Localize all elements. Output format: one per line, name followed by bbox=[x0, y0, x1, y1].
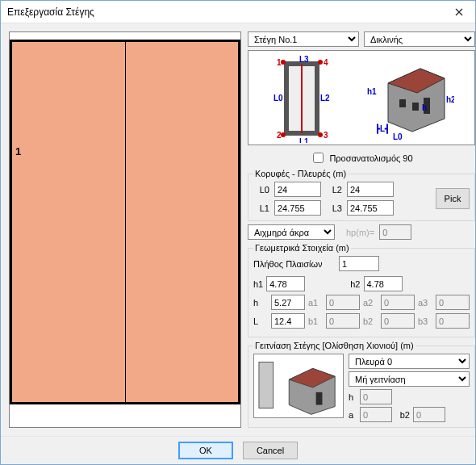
svg-rect-16 bbox=[399, 99, 406, 107]
h1-label: h1 bbox=[253, 279, 263, 289]
svg-text:2: 2 bbox=[277, 131, 282, 140]
vertices-sides-group: Κορυφές - Πλευρές (m) L0 L2 Pick L1 L3 bbox=[248, 169, 475, 221]
h2-input[interactable] bbox=[364, 276, 403, 291]
svg-text:4: 4 bbox=[324, 58, 328, 67]
orientation-90-label: Προσανατολισμός 90 bbox=[329, 153, 412, 163]
cancel-button[interactable]: Cancel bbox=[243, 442, 298, 459]
dialog-window: Επεξεργασία Στέγης 1 Στέγη Νο.1 Δικλινής bbox=[0, 0, 476, 465]
svg-text:L0: L0 bbox=[393, 132, 403, 141]
input-L1[interactable] bbox=[274, 200, 321, 216]
b1-input bbox=[326, 313, 360, 329]
hp-value bbox=[379, 224, 411, 240]
lbl-L0: L0 bbox=[253, 185, 269, 195]
close-icon bbox=[455, 8, 463, 16]
b1-label: b1 bbox=[308, 316, 323, 326]
ok-button[interactable]: OK bbox=[178, 442, 233, 459]
a2-input bbox=[381, 295, 415, 310]
window-title: Επεξεργασία Στέγης bbox=[7, 6, 443, 18]
input-L2[interactable] bbox=[347, 182, 394, 197]
roof-type-select[interactable]: Δικλινής bbox=[364, 31, 475, 47]
pick-button[interactable]: Pick bbox=[436, 188, 470, 209]
svg-point-3 bbox=[318, 60, 323, 65]
h1-input[interactable] bbox=[266, 276, 305, 291]
titlebar: Επεξεργασία Στέγης bbox=[1, 1, 475, 23]
lbl-L1: L1 bbox=[253, 203, 269, 213]
svg-rect-17 bbox=[412, 103, 419, 111]
h-input[interactable] bbox=[271, 295, 305, 310]
neighbor-side-select[interactable]: Πλευρά 0 bbox=[349, 354, 470, 369]
neighbor-a-label: a bbox=[349, 410, 357, 420]
frames-count-input[interactable] bbox=[339, 256, 379, 271]
neighbor-h-label: h bbox=[349, 392, 357, 402]
geometry-group: Γεωμετρικά Στοιχεία (m) Πλήθος Πλαισίων … bbox=[248, 243, 475, 337]
svg-point-2 bbox=[281, 60, 286, 65]
roof-preview-large: 1 bbox=[9, 31, 241, 428]
roof-schematic-diagram: 1 4 2 3 L3 L1 L0 L2 bbox=[248, 50, 475, 145]
svg-rect-24 bbox=[259, 362, 273, 408]
a1-label: a1 bbox=[308, 298, 323, 308]
roof-plan-shape: 1 bbox=[10, 40, 240, 404]
input-L0[interactable] bbox=[274, 182, 321, 197]
neighbor-a-input bbox=[360, 407, 392, 422]
b3-label: b3 bbox=[418, 316, 432, 326]
svg-text:h1: h1 bbox=[367, 87, 377, 96]
neighbor-legend: Γειτνίαση Στέγης [Ολίσθηση Χιονιού] (m) bbox=[253, 341, 415, 350]
lbl-L3: L3 bbox=[326, 203, 342, 213]
neighbor-h-input bbox=[360, 389, 392, 404]
roof-panel-label: 1 bbox=[15, 145, 21, 157]
a3-input bbox=[436, 295, 470, 310]
svg-text:h2: h2 bbox=[446, 95, 454, 104]
svg-rect-27 bbox=[316, 392, 323, 405]
edge-type-select[interactable]: Αιχμηρά άκρα bbox=[248, 224, 335, 240]
hp-label: hp(m)= bbox=[346, 228, 374, 237]
neighbor-b2-input bbox=[413, 407, 445, 422]
neighbor-group: Γειτνίαση Στέγης [Ολίσθηση Χιονιού] (m) bbox=[248, 341, 475, 428]
h2-label: h2 bbox=[350, 279, 360, 289]
svg-text:3: 3 bbox=[324, 131, 328, 140]
roof-number-select[interactable]: Στέγη Νο.1 bbox=[248, 31, 359, 47]
neighbor-thumbnail bbox=[253, 354, 344, 418]
h-label: h bbox=[253, 298, 268, 308]
a3-label: a3 bbox=[418, 298, 432, 308]
input-L3[interactable] bbox=[347, 200, 394, 216]
svg-text:L0: L0 bbox=[273, 94, 283, 103]
svg-text:L2: L2 bbox=[320, 94, 330, 103]
orientation-90-checkbox[interactable] bbox=[313, 153, 324, 163]
b2-input bbox=[381, 313, 415, 329]
neighbor-type-select[interactable]: Μή γειτνίαση bbox=[349, 371, 470, 387]
svg-point-5 bbox=[318, 132, 323, 137]
L-label: L bbox=[253, 316, 268, 326]
a2-label: a2 bbox=[363, 298, 378, 308]
svg-text:┣L┫: ┣L┫ bbox=[375, 124, 390, 134]
svg-text:L3: L3 bbox=[299, 55, 309, 64]
geometry-legend: Γεωμετρικά Στοιχεία (m) bbox=[253, 243, 351, 253]
a1-input bbox=[326, 295, 360, 310]
svg-text:L1: L1 bbox=[299, 137, 309, 143]
svg-text:1: 1 bbox=[277, 58, 282, 67]
neighbor-b2-label: b2 bbox=[395, 410, 410, 420]
lbl-L2: L2 bbox=[326, 185, 342, 195]
b3-input bbox=[436, 313, 470, 329]
frames-label: Πλήθος Πλαισίων bbox=[253, 259, 334, 269]
close-button[interactable] bbox=[443, 1, 475, 23]
b2-label: b2 bbox=[363, 316, 378, 326]
svg-point-4 bbox=[281, 132, 286, 137]
vertices-sides-legend: Κορυφές - Πλευρές (m) bbox=[253, 169, 348, 178]
L-input[interactable] bbox=[271, 313, 305, 329]
svg-text:h: h bbox=[422, 103, 427, 112]
dialog-footer: OK Cancel bbox=[1, 436, 475, 464]
